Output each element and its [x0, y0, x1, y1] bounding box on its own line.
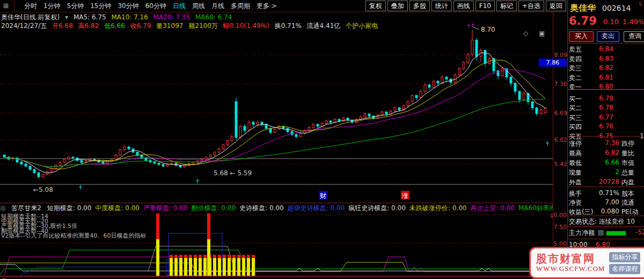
indicator-axis-label: 7.50: [537, 224, 567, 231]
ma20-value: MA20: 7.35: [153, 13, 190, 21]
indicator-field: 短期横盘: 0.00: [47, 204, 92, 212]
list-icon[interactable]: ▤: [598, 228, 604, 236]
close-value: 收6.79: [130, 22, 151, 30]
price-axis-label: 6.02: [552, 137, 567, 144]
trading-terminal: { "menu": { "window_icon": "⊞", "items":…: [0, 0, 644, 279]
date-value: 2024/12/27/五: [1, 22, 47, 30]
prev-close-tag: 7.86: [539, 59, 567, 67]
price-axis-label: 6.69: [552, 110, 567, 117]
indicator-field: 再次上穿: 0.00: [470, 204, 515, 212]
book-row-label: 卖三: [569, 64, 582, 73]
book-row-label: 买四: [569, 123, 582, 132]
indicator-field: 疯狂史诗横盘: 0.00: [348, 204, 406, 212]
price-axis-label: 8.09: [552, 52, 567, 59]
indicator-fields: 短期横盘: 0.00中度横盘: 0.00严重横盘: 0.00翻倍横盘: 0.00…: [47, 204, 553, 212]
indicator-field: 中度横盘: 0.00: [95, 204, 140, 212]
book-row-price[interactable]: 6.79: [582, 95, 613, 102]
indicator-notes: 短期横盘天数--14中期横盘天数--20严重横盘天数--30,股价1.5倍翻倍横…: [1, 213, 146, 238]
trade-status: 交易状态: 连续竞价 10: [569, 217, 635, 226]
svg-text:5.68 ← 5.59: 5.68 ← 5.59: [214, 169, 252, 177]
book-row-price[interactable]: 6.77: [582, 113, 613, 121]
book-row-label: 买二: [569, 104, 582, 113]
amount-value: 额2100万: [188, 22, 218, 30]
book-row-label: 买三: [569, 113, 582, 123]
stat-value: 20728: [589, 178, 619, 185]
book-separator: [568, 89, 644, 90]
panel-stock-name[interactable]: 奥佳华: [570, 3, 596, 14]
indicator-note: V2版本--引入了而比较精准的测量40、60日横盘的指标: [1, 233, 146, 238]
stat-label-2: 市值: [621, 159, 634, 168]
main-net-label: 主力净额: [569, 228, 595, 238]
sector-label[interactable]: 个护小家电: [346, 22, 378, 30]
stat-value: 0.71%: [589, 189, 619, 197]
stat-value: 0.080: [589, 208, 619, 215]
stock-title-row: 奥佳华(日线.前复权) ▾ MA5: 6.75 MA10: 7.16 MA20:…: [1, 13, 235, 22]
book-row-label: 卖四: [569, 55, 582, 64]
book-row-price[interactable]: 6.76: [582, 123, 613, 130]
watermark-badge: 名师课程: [609, 264, 640, 274]
stat-label-2: 跌停: [621, 139, 634, 148]
stat-label: 最高: [569, 149, 582, 158]
stat-label: 净资: [569, 198, 582, 208]
open-value: 开6.68: [52, 22, 73, 30]
panel-stock-code: 002614: [602, 4, 631, 12]
watermark-badge: 指标分享: [609, 252, 640, 262]
panel-separator: [568, 136, 644, 137]
panel-corner-mark: L: [639, 1, 642, 6]
stat-value: 6.82: [589, 149, 619, 156]
panel-separator: [568, 216, 644, 216]
stat-value: 7.00: [589, 198, 619, 206]
stat-label-2: 股本: [621, 189, 634, 198]
stat-value: 7.36: [589, 139, 619, 147]
chart-mini-icons[interactable]: ◇ ▣: [523, 30, 549, 37]
panel-separator: [568, 226, 644, 227]
stat-value: 6.66: [589, 159, 619, 166]
book-row-price[interactable]: 6.78: [582, 104, 613, 111]
panel-separator: [568, 187, 644, 187]
main-net-bar: [606, 231, 626, 235]
stat-label-2: 流通: [621, 198, 634, 208]
book-row-price[interactable]: 6.82: [582, 64, 613, 71]
stat-value: 2: [589, 168, 619, 176]
stat-label: 最低: [569, 159, 582, 168]
indicator-header[interactable]: ◎ 苦尽甘来2 短期横盘: 0.00中度横盘: 0.00严重横盘: 0.00翻倍…: [0, 203, 553, 213]
stat-label-2: 总量: [621, 168, 634, 177]
indicator-field: MA60斜率尚可: 1.00: [518, 204, 553, 212]
low-value: 低6.66: [104, 22, 125, 30]
watermark-site: 股市财富网: [536, 253, 605, 264]
chevron-down-icon[interactable]: ▾: [65, 13, 68, 21]
query-button[interactable]: 查询: [624, 31, 644, 42]
high-value: 高6.82: [78, 22, 99, 30]
panel-change: 0.10: [603, 18, 619, 26]
indicator-collapse-icon[interactable]: ◎: [0, 204, 5, 212]
book-row-price[interactable]: 6.84: [582, 45, 613, 53]
buy-button[interactable]: 买入: [569, 31, 594, 42]
price-axis-label: 5.42: [552, 161, 567, 168]
ma60-value: MA60: 6.74: [195, 13, 232, 21]
watermark-url: WWW.GSCFW.COM: [536, 264, 605, 273]
book-row-label: 买一: [569, 95, 582, 104]
float-value: 流通4.41亿: [307, 22, 341, 30]
ohlc-info-row: 2024/12/27/五 开6.68 高6.82 低6.66 收6.79 量31…: [1, 22, 381, 31]
ma10-value: MA10: 7.16: [111, 13, 148, 21]
panel-separator: [568, 43, 644, 44]
book-row-label: 卖一: [569, 83, 582, 92]
range-value: 幅0.10(1.49%): [223, 22, 269, 30]
sell-button[interactable]: 卖出: [597, 31, 619, 42]
turnover-value: 换0.71%: [275, 22, 302, 30]
stat-label: 外盘: [569, 178, 582, 187]
stat-label-2: 量比: [621, 149, 634, 158]
stat-label: 涨停: [569, 139, 582, 148]
stat-label: 现量: [569, 168, 582, 177]
book-row-price[interactable]: 6.81: [582, 74, 613, 81]
book-row-label: 卖二: [569, 74, 582, 83]
svg-text:8.70: 8.70: [481, 26, 495, 33]
stat-label-2: 内盘: [621, 178, 634, 187]
watermark: 股市财富网 WWW.GSCFW.COM 指标分享名师课程: [529, 247, 644, 279]
indicator-field: 史诗横盘: 0.00: [239, 204, 284, 212]
book-row-price[interactable]: 6.83: [582, 55, 613, 62]
panel-change-pct: 1.49%: [623, 18, 644, 26]
svg-text:涨: 涨: [401, 192, 408, 199]
indicator-field: 未跌破涨停价: 0.00: [409, 204, 467, 212]
next-pane-clipped: ◎: [1, 276, 6, 279]
